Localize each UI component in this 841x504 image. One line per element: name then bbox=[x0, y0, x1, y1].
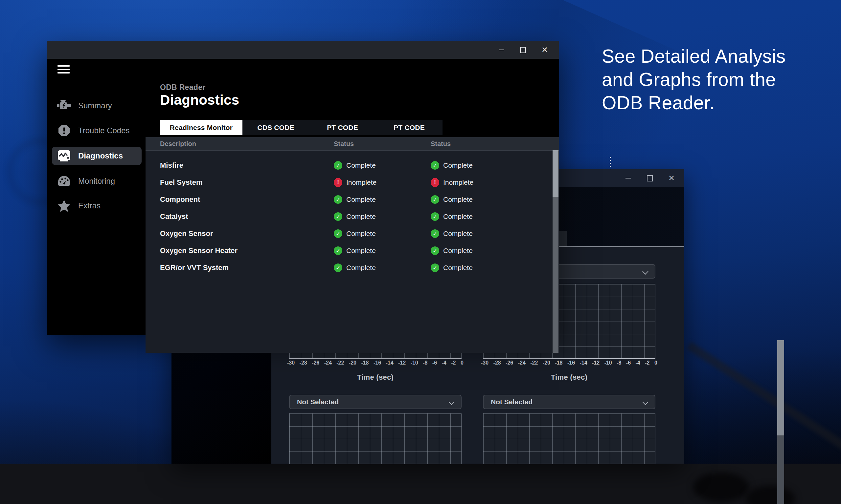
status-cell: ✓Complete bbox=[334, 242, 376, 259]
scrollbar-thumb[interactable] bbox=[552, 150, 559, 197]
star-icon bbox=[56, 198, 72, 213]
status-text: Complete bbox=[346, 264, 376, 272]
select-value: Not Selected bbox=[297, 398, 339, 406]
status-cell: ✓Complete bbox=[431, 225, 473, 242]
sidebar-item-label: Extras bbox=[78, 201, 101, 210]
status-text: Complete bbox=[346, 161, 376, 169]
tab-pt-code-3[interactable]: PT CODE bbox=[376, 120, 443, 135]
screenshot-stage: See Detailed Analysis and Graphs from th… bbox=[0, 0, 841, 504]
table-row: Catalyst✓Complete✓Complete bbox=[145, 208, 559, 225]
sidebar: SummaryTrouble CodesDiagnosticsMonitorin… bbox=[47, 59, 145, 335]
check-circle-icon: ✓ bbox=[334, 161, 342, 169]
sidebar-item-label: Monitoring bbox=[78, 177, 115, 186]
x-tick-label: -18 bbox=[361, 360, 368, 366]
status-text: Complete bbox=[346, 230, 376, 237]
status-cell: ✓Complete bbox=[431, 242, 473, 259]
x-tick-label: -2 bbox=[645, 360, 650, 366]
x-axis-ticks: -30-28-26-24-22-20-18-16-14-12-10-8-6-4-… bbox=[287, 360, 464, 366]
check-circle-icon: ✓ bbox=[334, 264, 342, 272]
scrollbar-track[interactable] bbox=[552, 150, 559, 353]
x-tick-label: -16 bbox=[374, 360, 381, 366]
sidebar-item-label: Summary bbox=[78, 101, 112, 110]
pulse-monitor-icon bbox=[56, 148, 72, 163]
tab-bar: Readiness MonitorCDS CODEPT CODEPT CODE bbox=[160, 120, 443, 135]
odb-window-titlebar[interactable]: ✕ bbox=[47, 41, 559, 59]
x-tick-label: -14 bbox=[386, 360, 394, 366]
x-axis-label: Time (sec) bbox=[289, 373, 462, 382]
row-description: Fuel System bbox=[160, 174, 203, 191]
status-cell: !Inomplete bbox=[334, 174, 377, 191]
status-text: Complete bbox=[346, 213, 376, 220]
x-tick-label: -24 bbox=[518, 360, 526, 366]
table-row: EGR/or VVT System✓Complete✓Complete bbox=[145, 259, 559, 276]
chevron-down-icon bbox=[448, 399, 454, 405]
status-cell: ✓Complete bbox=[431, 157, 473, 174]
x-tick-label: -24 bbox=[324, 360, 332, 366]
background-glasses-shape bbox=[693, 472, 749, 502]
chart-grid-lower-right bbox=[483, 413, 655, 464]
signal-select-bottom-right[interactable]: Not Selected bbox=[483, 395, 655, 409]
menu-icon[interactable] bbox=[57, 65, 70, 73]
minimize-icon[interactable] bbox=[497, 46, 505, 54]
app-title: ODB Reader bbox=[160, 83, 205, 92]
chevron-down-icon bbox=[642, 399, 648, 405]
row-description: Catalyst bbox=[160, 208, 188, 225]
x-tick-label: -20 bbox=[349, 360, 357, 366]
status-text: Complete bbox=[443, 213, 473, 220]
x-tick-label: -18 bbox=[555, 360, 562, 366]
check-circle-icon: ✓ bbox=[431, 195, 439, 204]
row-description: Component bbox=[160, 191, 200, 208]
x-tick-label: -4 bbox=[636, 360, 640, 366]
status-text: Inomplete bbox=[346, 179, 377, 186]
status-cell: ✓Complete bbox=[334, 157, 376, 174]
status-cell: ✓Complete bbox=[334, 225, 376, 242]
maximize-icon[interactable] bbox=[519, 46, 527, 54]
tab-pt-code-2[interactable]: PT CODE bbox=[309, 120, 376, 135]
x-tick-label: -12 bbox=[592, 360, 600, 366]
x-tick-label: -12 bbox=[398, 360, 406, 366]
x-tick-label: -30 bbox=[287, 360, 295, 366]
sidebar-item-summary[interactable]: Summary bbox=[52, 96, 142, 115]
x-tick-label: -4 bbox=[442, 360, 446, 366]
alert-octagon-icon bbox=[56, 123, 72, 138]
status-text: Complete bbox=[443, 247, 473, 255]
status-cell: ✓Complete bbox=[334, 259, 376, 276]
engine-icon bbox=[56, 98, 72, 113]
sidebar-item-trouble-codes[interactable]: Trouble Codes bbox=[52, 121, 142, 140]
row-description: Oxygen Sensor bbox=[160, 225, 213, 242]
status-text: Complete bbox=[443, 264, 473, 272]
x-tick-label: -30 bbox=[481, 360, 488, 366]
x-axis-ticks: -30-28-26-24-22-20-18-16-14-12-10-8-6-4-… bbox=[481, 360, 657, 366]
tab-cds-code-1[interactable]: CDS CODE bbox=[242, 120, 309, 135]
scrollbar-thumb[interactable] bbox=[777, 340, 784, 435]
maximize-icon[interactable] bbox=[646, 174, 654, 182]
x-tick-label: 0 bbox=[461, 360, 464, 366]
x-tick-label: -2 bbox=[451, 360, 456, 366]
close-icon[interactable]: ✕ bbox=[540, 46, 549, 54]
table-row: Oxygen Sensor Heater✓Complete✓Complete bbox=[145, 242, 559, 259]
signal-select-bottom-left[interactable]: Not Selected bbox=[289, 395, 462, 409]
page-title: Diagnostics bbox=[160, 92, 239, 108]
close-icon[interactable]: ✕ bbox=[667, 174, 676, 182]
scrollbar-track[interactable] bbox=[777, 340, 784, 504]
x-tick-label: 0 bbox=[654, 360, 657, 366]
x-tick-label: -28 bbox=[299, 360, 307, 366]
check-circle-icon: ✓ bbox=[431, 212, 439, 221]
check-circle-icon: ✓ bbox=[431, 161, 439, 169]
status-text: Complete bbox=[346, 247, 376, 255]
check-circle-icon: ✓ bbox=[334, 195, 342, 204]
minimize-icon[interactable] bbox=[624, 174, 632, 182]
column-header-description: Description bbox=[160, 137, 196, 150]
table-row: Oxygen Sensor✓Complete✓Complete bbox=[145, 225, 559, 242]
sidebar-item-label: Trouble Codes bbox=[78, 126, 130, 135]
check-circle-icon: ✓ bbox=[431, 247, 439, 255]
tab-readiness-monitor-0[interactable]: Readiness Monitor bbox=[160, 120, 242, 135]
chart-grid-lower-left bbox=[289, 413, 462, 464]
sidebar-item-monitoring[interactable]: Monitoring bbox=[52, 172, 142, 190]
check-circle-icon: ✓ bbox=[431, 229, 439, 238]
sidebar-item-diagnostics[interactable]: Diagnostics bbox=[52, 147, 142, 165]
sidebar-item-extras[interactable]: Extras bbox=[52, 197, 142, 215]
status-text: Complete bbox=[443, 230, 473, 237]
alert-octagon-icon: ! bbox=[431, 178, 439, 187]
status-cell: ✓Complete bbox=[431, 259, 473, 276]
